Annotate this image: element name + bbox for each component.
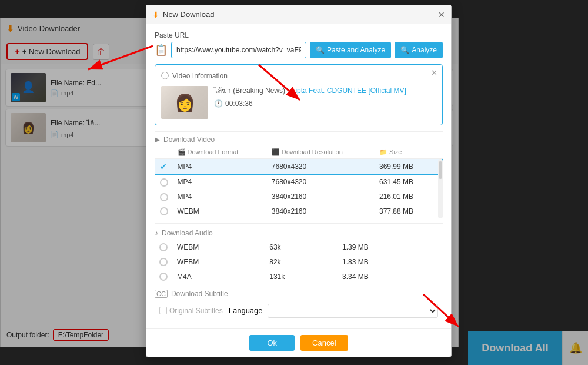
format-cell: MP4 — [173, 159, 267, 175]
video-info-header: ⓘ Video Information — [161, 71, 436, 81]
dialog-body: Paste URL 📋 🔍 Paste and Analyze 🔍 Analyz… — [146, 24, 451, 328]
ok-button[interactable]: Ok — [249, 335, 295, 351]
audio-bitrate-cell: 63k — [265, 240, 338, 254]
col-scroll — [433, 146, 443, 159]
paste-and-analyze-button[interactable]: 🔍 Paste and Analyze — [310, 42, 391, 58]
radio-button[interactable] — [159, 273, 168, 281]
format-icon: 🎬 — [178, 148, 186, 155]
col-format-header: 🎬 Download Format — [173, 146, 267, 159]
size-cell: 377.88 MB — [375, 204, 433, 219]
audio-size-cell: 1.83 MB — [338, 254, 443, 269]
download-subtitle-label: CC Download Subtitle — [155, 286, 443, 300]
radio-button[interactable] — [160, 207, 168, 215]
size-cell: 631.45 MB — [375, 175, 433, 190]
video-info-box: ⓘ Video Information ✕ 👩 ไล้ฆ่า (Breaking… — [155, 64, 443, 125]
info-icon: ⓘ — [161, 71, 169, 81]
radio-button[interactable] — [159, 258, 168, 266]
video-title: ไล้ฆ่า (Breaking News) - Lipta Feat. CDG… — [214, 86, 436, 96]
resolution-cell: 3840x2160 — [267, 190, 375, 204]
resolution-cell: 7680x4320 — [267, 175, 375, 190]
dialog-titlebar: ⬇ New Download ✕ — [146, 5, 451, 24]
video-duration: 🕐 00:03:36 — [214, 99, 436, 108]
scrollbar-track[interactable] — [438, 159, 443, 218]
resolution-icon: ⬛ — [272, 148, 280, 155]
radio-button[interactable] — [159, 243, 168, 251]
language-row: Language — [229, 304, 438, 318]
table-row[interactable]: M4A 131k 3.34 MB — [155, 269, 443, 284]
dialog-footer: Ok Cancel — [146, 328, 451, 357]
radio-button[interactable] — [160, 178, 168, 187]
table-row[interactable]: ✔ MP4 7680x4320 369.99 MB — [155, 159, 443, 175]
download-video-label: ▶ Download Video — [155, 131, 443, 146]
language-select[interactable] — [268, 304, 438, 318]
dialog-title-icon: ⬇ — [152, 10, 159, 19]
download-subtitle-section: CC Download Subtitle Original Subtitles … — [155, 284, 443, 321]
format-cell: MP4 — [173, 175, 267, 190]
cancel-button[interactable]: Cancel — [300, 335, 348, 351]
audio-bitrate-cell: 82k — [265, 254, 338, 269]
download-audio-section: ♪ Download Audio WEBM 63k 1.39 MB WEBM 8… — [155, 223, 443, 283]
download-video-section: ▶ Download Video 🎬 Download Format ⬛ — [155, 131, 443, 218]
cc-icon: CC — [155, 290, 168, 298]
paste-url-label: Paste URL — [155, 31, 443, 39]
audio-icon: ♪ — [155, 229, 158, 237]
format-cell: MP4 — [173, 190, 267, 204]
original-subtitles-label: Original Subtitles — [169, 307, 223, 315]
table-row[interactable]: WEBM 82k 1.83 MB — [155, 254, 443, 269]
audio-size-cell: 1.39 MB — [338, 240, 443, 254]
audio-format-cell: M4A — [172, 269, 265, 284]
url-input[interactable] — [171, 42, 306, 58]
size-cell: 369.99 MB — [375, 159, 433, 175]
video-meta: ไล้ฆ่า (Breaking News) - Lipta Feat. CDG… — [214, 86, 436, 108]
table-row[interactable]: WEBM 3840x2160 377.88 MB — [155, 204, 443, 219]
audio-bitrate-cell: 131k — [265, 269, 338, 284]
video-info-close-button[interactable]: ✕ — [431, 68, 437, 77]
search-icon: 🔍 — [316, 46, 325, 54]
video-format-table-container[interactable]: 🎬 Download Format ⬛ Download Resolution … — [155, 146, 443, 218]
table-row[interactable]: WEBM 63k 1.39 MB — [155, 240, 443, 254]
radio-button[interactable] — [160, 193, 168, 201]
video-thumbnail: 👩 — [161, 86, 208, 119]
clock-icon: 🕐 — [214, 99, 223, 108]
analyze-button[interactable]: 🔍 Analyze — [395, 42, 443, 58]
resolution-cell: 7680x4320 — [267, 159, 375, 175]
table-row[interactable]: MP4 3840x2160 216.01 MB — [155, 190, 443, 204]
dialog-close-button[interactable]: ✕ — [438, 10, 445, 19]
video-icon: ▶ — [155, 135, 160, 144]
dialog-title: New Download — [163, 10, 438, 19]
subtitle-row: Original Subtitles Language — [155, 300, 443, 321]
format-cell: WEBM — [173, 204, 267, 219]
col-select — [155, 146, 173, 159]
resolution-cell: 3840x2160 — [267, 204, 375, 219]
subtitle-checkbox-box[interactable] — [159, 307, 167, 314]
subtitle-checkbox: Original Subtitles — [159, 307, 223, 315]
video-format-table: 🎬 Download Format ⬛ Download Resolution … — [155, 146, 443, 218]
video-info-content: 👩 ไล้ฆ่า (Breaking News) - Lipta Feat. C… — [161, 86, 436, 119]
url-input-row: 📋 🔍 Paste and Analyze 🔍 Analyze — [155, 42, 443, 58]
video-title-link[interactable]: Lipta Feat. CDGUNTEE [Official MV] — [292, 87, 406, 95]
col-resolution-header: ⬛ Download Resolution — [267, 146, 375, 159]
audio-size-cell: 3.34 MB — [338, 269, 443, 284]
clipboard-icon: 📋 — [155, 44, 168, 57]
size-icon: 📁 — [379, 148, 387, 155]
col-size-header: 📁 Size — [375, 146, 433, 159]
audio-format-cell: WEBM — [172, 240, 265, 254]
audio-format-cell: WEBM — [172, 254, 265, 269]
size-cell: 216.01 MB — [375, 190, 433, 204]
table-row[interactable]: MP4 7680x4320 631.45 MB — [155, 175, 443, 190]
analyze-icon: 🔍 — [400, 46, 409, 54]
download-audio-label: ♪ Download Audio — [155, 225, 443, 240]
selected-checkmark: ✔ — [160, 162, 167, 171]
language-label: Language — [229, 306, 263, 315]
audio-format-table: WEBM 63k 1.39 MB WEBM 82k 1.83 MB M4A 13… — [155, 240, 443, 283]
new-download-dialog: ⬇ New Download ✕ Paste URL 📋 🔍 Paste and… — [146, 5, 452, 357]
scrollbar-thumb — [439, 161, 442, 179]
